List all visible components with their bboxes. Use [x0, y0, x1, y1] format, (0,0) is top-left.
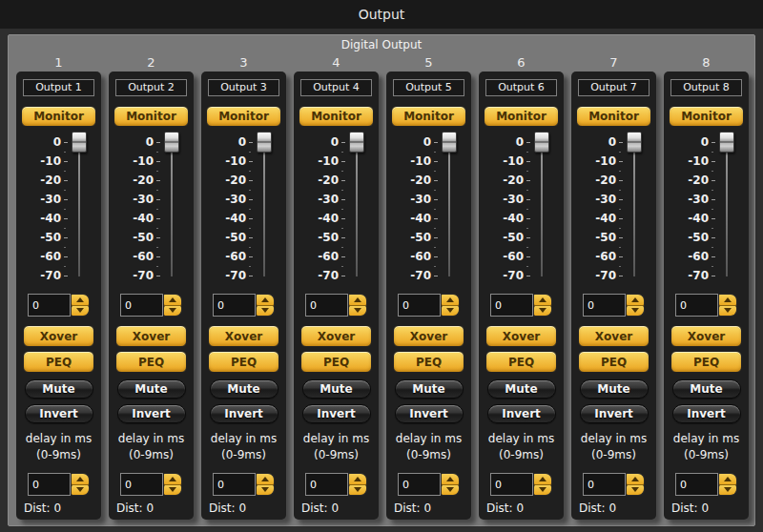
delay-spinner-down[interactable]	[718, 485, 737, 497]
delay-spinner-up[interactable]	[256, 473, 275, 485]
monitor-button[interactable]: Monitor	[669, 106, 744, 127]
gain-input[interactable]	[28, 294, 71, 317]
gain-spinner-up[interactable]	[256, 294, 275, 306]
delay-spinner-up[interactable]	[441, 473, 460, 485]
mute-button[interactable]: Mute	[302, 379, 371, 399]
invert-button[interactable]: Invert	[25, 404, 93, 423]
delay-input[interactable]	[305, 473, 348, 496]
invert-button[interactable]: Invert	[672, 404, 741, 423]
output-name-field[interactable]: Output 4	[300, 79, 372, 96]
fader-handle[interactable]	[257, 132, 272, 153]
mute-button[interactable]: Mute	[117, 379, 186, 399]
delay-spinner-down[interactable]	[71, 485, 90, 497]
gain-spinner-up[interactable]	[533, 294, 552, 306]
gain-spinner-up[interactable]	[348, 294, 367, 306]
fader-handle[interactable]	[534, 132, 549, 153]
gain-spinner-down[interactable]	[348, 306, 367, 317]
mute-button[interactable]: Mute	[672, 379, 741, 399]
delay-spinner-up[interactable]	[163, 473, 182, 485]
gain-spinner-up[interactable]	[718, 294, 737, 306]
delay-spinner-down[interactable]	[348, 485, 367, 497]
peq-button[interactable]: PEQ	[300, 351, 372, 373]
peq-button[interactable]: PEQ	[208, 351, 279, 373]
fader-track[interactable]	[347, 133, 366, 285]
xover-button[interactable]: Xover	[485, 325, 557, 347]
delay-spinner-up[interactable]	[533, 473, 552, 485]
gain-input[interactable]	[398, 294, 441, 317]
fader-handle[interactable]	[627, 132, 642, 153]
fader-track[interactable]	[717, 133, 736, 285]
monitor-button[interactable]: Monitor	[206, 106, 281, 127]
gain-input[interactable]	[120, 294, 163, 317]
peq-button[interactable]: PEQ	[393, 351, 464, 373]
peq-button[interactable]: PEQ	[670, 351, 742, 373]
fader-handle[interactable]	[164, 132, 179, 153]
gain-spinner-down[interactable]	[626, 306, 645, 317]
monitor-button[interactable]: Monitor	[484, 106, 559, 127]
invert-button[interactable]: Invert	[117, 404, 186, 423]
output-name-field[interactable]: Output 3	[208, 79, 279, 96]
delay-spinner-down[interactable]	[533, 485, 552, 497]
monitor-button[interactable]: Monitor	[113, 106, 189, 127]
gain-spinner-down[interactable]	[71, 306, 90, 317]
fader-handle[interactable]	[72, 132, 87, 153]
fader-track[interactable]	[625, 133, 644, 285]
xover-button[interactable]: Xover	[578, 325, 650, 347]
delay-spinner-down[interactable]	[256, 485, 275, 497]
output-name-field[interactable]: Output 8	[670, 79, 742, 96]
delay-spinner-down[interactable]	[626, 485, 645, 497]
peq-button[interactable]: PEQ	[115, 351, 187, 373]
gain-spinner-up[interactable]	[626, 294, 645, 306]
delay-spinner-down[interactable]	[441, 485, 460, 497]
mute-button[interactable]: Mute	[210, 379, 278, 399]
delay-spinner-up[interactable]	[626, 473, 645, 485]
delay-spinner-up[interactable]	[348, 473, 367, 485]
fader-track[interactable]	[70, 133, 89, 285]
monitor-button[interactable]: Monitor	[299, 106, 374, 127]
gain-spinner-down[interactable]	[718, 306, 737, 317]
fader-track[interactable]	[255, 133, 274, 285]
xover-button[interactable]: Xover	[300, 325, 372, 347]
fader-track[interactable]	[532, 133, 551, 285]
gain-spinner-up[interactable]	[441, 294, 460, 306]
delay-spinner-up[interactable]	[718, 473, 737, 485]
mute-button[interactable]: Mute	[395, 379, 464, 399]
invert-button[interactable]: Invert	[580, 404, 649, 423]
xover-button[interactable]: Xover	[393, 325, 464, 347]
delay-spinner-down[interactable]	[163, 485, 182, 497]
invert-button[interactable]: Invert	[395, 404, 464, 423]
delay-input[interactable]	[675, 473, 718, 496]
delay-spinner-up[interactable]	[71, 473, 90, 485]
delay-input[interactable]	[28, 473, 71, 496]
gain-input[interactable]	[305, 294, 348, 317]
gain-input[interactable]	[583, 294, 626, 317]
monitor-button[interactable]: Monitor	[576, 106, 651, 127]
invert-button[interactable]: Invert	[302, 404, 371, 423]
xover-button[interactable]: Xover	[23, 325, 94, 347]
monitor-button[interactable]: Monitor	[391, 106, 466, 127]
gain-spinner-up[interactable]	[71, 294, 90, 306]
output-name-field[interactable]: Output 1	[23, 79, 94, 96]
output-name-field[interactable]: Output 2	[115, 79, 187, 96]
peq-button[interactable]: PEQ	[578, 351, 650, 373]
fader-track[interactable]	[440, 133, 459, 285]
gain-input[interactable]	[213, 294, 256, 317]
delay-input[interactable]	[490, 473, 533, 496]
fader-handle[interactable]	[349, 132, 364, 153]
gain-spinner-down[interactable]	[256, 306, 275, 317]
delay-input[interactable]	[583, 473, 626, 496]
fader-handle[interactable]	[442, 132, 457, 153]
invert-button[interactable]: Invert	[210, 404, 278, 423]
gain-spinner-down[interactable]	[441, 306, 460, 317]
delay-input[interactable]	[213, 473, 256, 496]
invert-button[interactable]: Invert	[487, 404, 556, 423]
gain-input[interactable]	[675, 294, 718, 317]
output-name-field[interactable]: Output 7	[578, 79, 650, 96]
xover-button[interactable]: Xover	[670, 325, 742, 347]
monitor-button[interactable]: Monitor	[21, 106, 96, 127]
gain-spinner-down[interactable]	[533, 306, 552, 317]
mute-button[interactable]: Mute	[487, 379, 556, 399]
xover-button[interactable]: Xover	[208, 325, 279, 347]
mute-button[interactable]: Mute	[580, 379, 649, 399]
xover-button[interactable]: Xover	[115, 325, 187, 347]
